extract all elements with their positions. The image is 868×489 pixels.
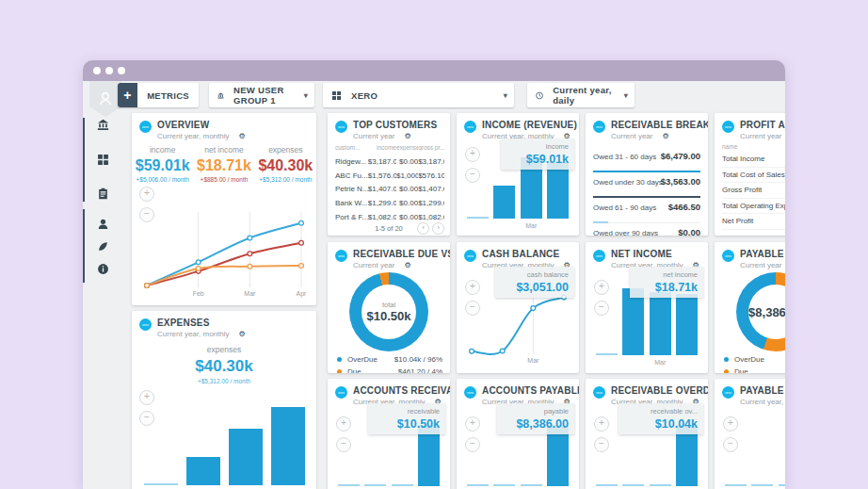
zoom-out-button[interactable]: −	[336, 437, 351, 452]
column-header: custom...	[335, 144, 368, 151]
period-dropdown[interactable]: Current year, daily ▾	[527, 83, 635, 107]
data-source-dropdown[interactable]: XERO ▾	[323, 83, 514, 107]
chart-legend: OverDue$10.04k / 96%Due$461.20 / 4%	[337, 353, 442, 373]
column-header: expenses	[396, 144, 418, 151]
xero-badge-icon: xero	[593, 386, 605, 399]
card-subtitle: Current year, monthly	[157, 132, 229, 140]
user-group-dropdown[interactable]: NEW USER GROUP 1 ▾	[209, 83, 314, 107]
card-title: NET INCOME	[611, 249, 702, 259]
bar	[596, 353, 618, 355]
zoom-in-button[interactable]: +	[336, 416, 351, 432]
brush-icon	[97, 240, 109, 253]
gear-icon[interactable]: ⚙	[404, 261, 410, 269]
card-title: CASH BALANCE	[482, 249, 573, 259]
window-dot-icon[interactable]	[105, 67, 113, 74]
customers-table: Ridgew...$3,187.00$0.00$3,187.00ABC Fu..…	[335, 155, 444, 224]
sidebar-item-reports[interactable]	[97, 187, 109, 199]
next-page-button[interactable]: ›	[432, 222, 444, 235]
card-subtitle: Current year	[353, 261, 394, 269]
table-cell: $1,576.00	[368, 171, 396, 180]
dashboard-body: + METRICS NEW USER GROUP 1 ▾ XERO ▾ Curr…	[83, 81, 785, 489]
zoom-in-button[interactable]: +	[139, 390, 154, 405]
pagination-label: 1-5 of 20	[375, 224, 403, 233]
metric-value: $40.30k	[255, 157, 316, 174]
card-subtitle: Current year	[740, 261, 781, 269]
prev-page-button[interactable]: ‹	[417, 222, 429, 235]
table-cell: Bank W...	[335, 199, 368, 207]
zoom-in-button[interactable]: +	[465, 280, 480, 295]
add-metrics-button[interactable]: + METRICS	[118, 83, 199, 107]
sidebar-item-themes[interactable]	[97, 239, 109, 252]
sidebar-item-bank[interactable]	[97, 118, 109, 130]
zoom-in-button[interactable]: +	[594, 416, 609, 432]
grid-icon	[331, 90, 342, 101]
breakdown-value: $3,563.00	[661, 176, 700, 187]
card-title: ACCOUNTS RECEIVABLE	[353, 385, 444, 396]
app-window: + METRICS NEW USER GROUP 1 ▾ XERO ▾ Curr…	[83, 60, 785, 489]
table-cell: Ridgew...	[335, 157, 368, 166]
data-source-label: XERO	[342, 90, 387, 101]
legend-dot-icon	[337, 357, 342, 362]
zoom-out-button[interactable]: −	[465, 168, 480, 183]
zoom-out-button[interactable]: −	[594, 301, 609, 316]
zoom-in-button[interactable]: +	[594, 280, 609, 295]
table-cell: Port & F...	[335, 213, 368, 221]
card-accounts-payable: xero ACCOUNTS PAYABLE Current year, mont…	[457, 379, 579, 489]
zoom-out-button[interactable]: −	[139, 411, 154, 426]
zoom-in-button[interactable]: +	[139, 187, 154, 202]
zoom-out-button[interactable]: −	[594, 437, 609, 452]
tooltip-value: $3,051.00	[501, 281, 569, 294]
zoom-out-button[interactable]: −	[465, 437, 480, 452]
window-dot-icon[interactable]	[93, 67, 101, 74]
bar	[271, 407, 305, 485]
list-item: Total Operating Expenses	[722, 199, 785, 215]
zoom-out-button[interactable]: −	[465, 301, 480, 316]
card-subtitle: Current year	[353, 132, 394, 140]
list-item: Total Cost of Sales	[722, 168, 785, 184]
sidebar-item-account[interactable]	[97, 217, 109, 229]
chart-tooltip: income $59.01k	[501, 139, 574, 170]
window-titlebar	[83, 60, 785, 81]
plus-icon: +	[118, 83, 137, 107]
metric-delta: +$5,006.00 / month	[132, 176, 193, 183]
metric-label: income	[132, 145, 193, 155]
metric-net-income: net income $18.71k +$885.00 / month	[193, 145, 254, 183]
zoom-in-button[interactable]: +	[465, 147, 480, 162]
bar	[751, 484, 773, 486]
zoom-out-button[interactable]: −	[723, 437, 738, 452]
metric-expenses: expenses $40.30k +$5,312.00 / month	[255, 145, 316, 183]
bank-icon	[97, 119, 109, 131]
legend-label: Due	[734, 367, 748, 373]
table-cell: $1,000.00	[396, 171, 418, 180]
xero-badge-icon: xero	[335, 121, 347, 133]
tooltip-value: $10.04k	[624, 417, 698, 431]
bar	[338, 484, 360, 486]
bar	[650, 484, 671, 486]
sidebar-item-dashboards[interactable]	[97, 153, 109, 165]
xero-badge-icon: xero	[139, 318, 152, 331]
zoom-out-button[interactable]: −	[139, 207, 154, 222]
tooltip-label: cash balance	[501, 270, 569, 279]
user-group-label: NEW USER GROUP 1	[224, 85, 304, 106]
chevron-down-icon: ▾	[504, 91, 507, 100]
card-receivable-breakdown: xero RECEIVABLE BREAKDOWN Current year⚙ …	[586, 113, 708, 236]
table-row: Ridgew...$3,187.00$0.00$3,187.00	[335, 155, 444, 169]
breakdown-label: Owed 31 - 60 days	[593, 153, 656, 161]
gear-icon[interactable]: ⚙	[238, 132, 245, 140]
legend-item: OverDue	[724, 353, 785, 366]
gear-icon[interactable]: ⚙	[238, 330, 245, 338]
zoom-in-button[interactable]: +	[723, 416, 738, 432]
chart-tooltip: receivable ov... $10.04k	[619, 403, 703, 434]
bar	[521, 484, 542, 486]
breakdown-row: Owed 31 - 60 days$6,479.00	[593, 147, 700, 172]
gear-icon[interactable]: ⚙	[662, 132, 668, 140]
window-dot-icon[interactable]	[118, 67, 125, 74]
card-expenses: xero EXPENSES Current year, monthly⚙ exp…	[132, 311, 316, 489]
card-payable-due-vs-overdue: xero PAYABLE DUE VS OVERDUE Current year…	[715, 242, 785, 373]
zoom-in-button[interactable]: +	[465, 416, 480, 432]
gear-icon[interactable]: ⚙	[404, 132, 410, 140]
sidebar-item-info[interactable]	[97, 262, 109, 274]
user-icon	[97, 218, 109, 230]
sidebar-accent-bar	[83, 209, 85, 283]
table-cell: Petrie N...	[335, 185, 368, 193]
